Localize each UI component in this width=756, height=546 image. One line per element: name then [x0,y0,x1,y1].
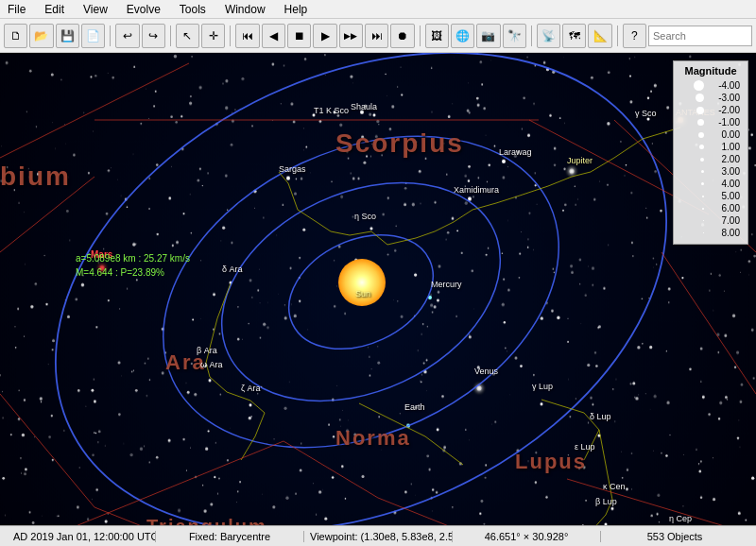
menu-view[interactable]: View [79,1,112,18]
menu-help[interactable]: Help [281,1,312,18]
menu-window[interactable]: Window [221,1,269,18]
select-button[interactable]: ↖ [176,24,199,48]
saveas-button[interactable]: 📄 [81,24,105,48]
legend-star-dot [696,107,704,114]
statusbar: AD 2019 Jan 01, 12:00:00 UTC Fixed: Bary… [0,525,756,546]
legend-row: 3.00 [681,166,740,177]
legend-magnitude-value: 2.00 [710,154,740,164]
sep5 [531,26,532,46]
status-angle: 46.651° × 30.928° [453,531,601,542]
legend-magnitude-value: 3.00 [710,166,740,177]
legend-star-dot [696,94,704,102]
view1-button[interactable]: 🖼 [425,24,449,48]
toolbar: 🗋 📂 💾 📄 ↩ ↪ ↖ ✛ ⏮ ◀ ⏹ ▶ ▶▶ ⏭ ⏺ 🖼 🌐 📷 🔭 📡… [0,19,756,53]
play-button[interactable]: ▶ [313,24,336,48]
magnitude-title: Magnitude [681,65,740,77]
view4-button[interactable]: 🔭 [503,24,526,48]
menu-file[interactable]: File [4,1,29,18]
stop-button[interactable]: ⏹ [287,24,311,48]
legend-magnitude-value: 6.00 [710,203,740,213]
sun-glow [338,259,386,306]
legend-row: -2.00 [681,105,740,115]
search-area [648,26,752,46]
legend-magnitude-value: 1.00 [710,142,740,152]
menu-edit[interactable]: Edit [41,1,68,18]
tool3-button[interactable]: 📐 [588,24,611,48]
tool1-button[interactable]: 📡 [537,24,560,48]
legend-row: 2.00 [681,154,740,164]
legend-magnitude-value: -3.00 [710,93,740,103]
legend-star-dot [699,145,704,149]
legend-star-dot [697,119,704,126]
legend-magnitude-value: 0.00 [710,129,740,140]
search-input[interactable] [648,26,752,46]
sky-view[interactable]: Scorpius Ara Norma Lupus Triangulum bium… [0,53,756,546]
tool2-button[interactable]: 🗺 [562,24,586,48]
stepback-button[interactable]: ◀ [262,24,285,48]
save-button[interactable]: 💾 [56,24,79,48]
legend-row: -4.00 [681,80,740,91]
legend-star-dot [703,232,704,233]
legend-row: 5.00 [681,191,740,201]
legend-magnitude-value: 4.00 [710,179,740,189]
legend-star-dot [703,220,704,221]
status-coords: Viewpoint: (1.30e8, 5.83e8, 2.57e8) [304,531,453,542]
legend-row: 0.00 [681,129,740,140]
view3-button[interactable]: 📷 [476,24,500,48]
open-button[interactable]: 📂 [29,24,53,48]
legend-star-dot [694,80,704,91]
legend-row: -1.00 [681,117,740,128]
legend-star-dot [701,182,704,185]
sep2 [170,26,171,46]
legend-star-dot [700,158,704,162]
crosshair-button[interactable]: ✛ [201,24,225,48]
sep4 [420,26,421,46]
legend-magnitude-value: -1.00 [710,117,740,128]
legend-magnitude-value: 8.00 [710,228,740,238]
new-button[interactable]: 🗋 [4,24,27,48]
redo-button[interactable]: ↪ [142,24,165,48]
legend-row: 7.00 [681,215,740,226]
legend-row: 1.00 [681,142,740,152]
legend-star-dot [702,208,704,210]
status-viewpoint: Fixed: Barycentre [156,531,304,542]
rewind-button[interactable]: ⏮ [235,24,259,48]
status-objects: 553 Objects [601,531,748,542]
legend-star-dot [698,132,704,138]
legend-star-dot [702,196,704,197]
legend-row: 6.00 [681,203,740,213]
legend-magnitude-value: -2.00 [710,105,740,115]
legend-row: 4.00 [681,179,740,189]
record-button[interactable]: ⏺ [390,24,414,48]
menu-evolve[interactable]: Evolve [123,1,164,18]
menubar: File Edit View Evolve Tools Window Help [0,0,756,19]
legend-magnitude-value: 5.00 [710,191,740,201]
sep1 [110,26,111,46]
status-datetime: AD 2019 Jan 01, 12:00:00 UTC [8,531,156,542]
fastfwd-button[interactable]: ⏭ [365,24,388,48]
legend-magnitude-value: -4.00 [710,80,740,91]
legend-magnitude-value: 7.00 [710,215,740,226]
menu-tools[interactable]: Tools [176,1,210,18]
sep3 [230,26,231,46]
stepfwd-button[interactable]: ▶▶ [339,24,363,48]
legend-star-dot [701,170,704,173]
undo-button[interactable]: ↩ [115,24,139,48]
help-button[interactable]: ? [623,24,646,48]
legend-row: -3.00 [681,93,740,103]
magnitude-legend: Magnitude -4.00-3.00-2.00-1.000.001.002.… [673,60,748,245]
sep6 [617,26,618,46]
legend-row: 8.00 [681,228,740,238]
view2-button[interactable]: 🌐 [451,24,474,48]
legend-rows: -4.00-3.00-2.00-1.000.001.002.003.004.00… [681,80,740,238]
